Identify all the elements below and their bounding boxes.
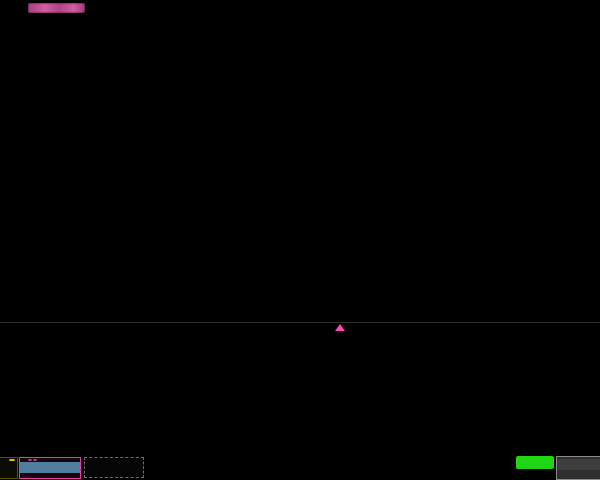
c1-coupling-badge bbox=[9, 459, 15, 461]
hd-mode-badge[interactable] bbox=[516, 456, 554, 469]
waveform-grid bbox=[0, 0, 600, 322]
channel-descriptor-c1[interactable] bbox=[0, 457, 18, 479]
timebase-label bbox=[557, 457, 600, 458]
time-axis bbox=[0, 322, 600, 341]
c2-vertical-scale-value bbox=[20, 462, 80, 473]
add-trace-button[interactable] bbox=[84, 457, 144, 478]
grid-canvas bbox=[0, 0, 600, 322]
histicon-trace bbox=[0, 420, 600, 458]
status-badge bbox=[28, 3, 85, 13]
c2-coupling-badge bbox=[33, 459, 37, 461]
timebase-value bbox=[557, 459, 600, 470]
oscilloscope-screen bbox=[0, 0, 600, 480]
timebase-descriptor[interactable] bbox=[556, 456, 600, 480]
trigger-position-marker[interactable] bbox=[335, 324, 345, 331]
c2-eres-badge bbox=[28, 459, 32, 461]
channel-descriptor-c2[interactable] bbox=[19, 457, 81, 479]
